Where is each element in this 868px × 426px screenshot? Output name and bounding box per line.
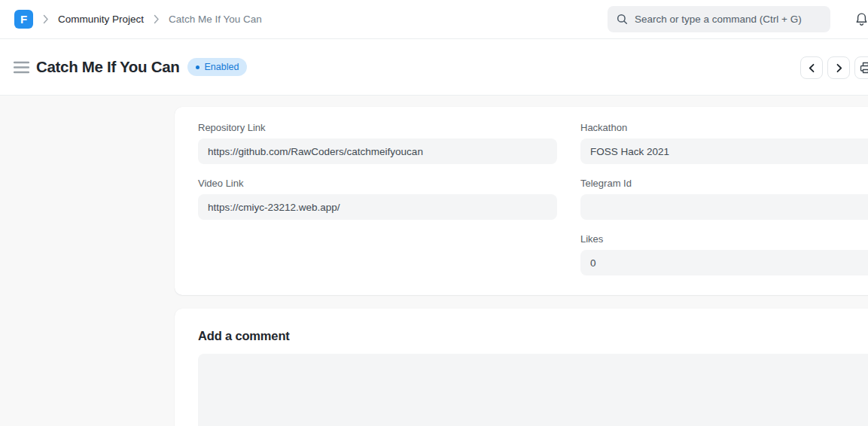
field-hackathon: Hackathon [580,122,868,164]
field-label: Hackathon [580,122,868,133]
chevron-left-icon [807,63,817,73]
print-button[interactable] [854,56,868,79]
comments-section-card: Add a comment [175,309,868,426]
field-label: Likes [580,233,868,245]
page-title: Catch Me If You Can [36,58,179,76]
chevron-right-icon [153,14,160,24]
field-label: Telegram Id [580,178,868,189]
status-badge: Enabled [187,58,247,76]
chevron-right-icon [834,63,844,73]
chevron-right-icon [42,14,49,24]
prev-document-button[interactable] [800,56,823,79]
details-section-card: Repository Link Hackathon Video Link Tel… [175,107,868,295]
global-search[interactable] [608,6,830,32]
header-actions [800,56,868,79]
app-logo-icon[interactable]: F [14,10,33,29]
status-dot-icon [196,65,199,69]
field-video-link: Video Link [198,178,557,220]
field-label: Video Link [198,178,557,189]
navbar: F Community Project Catch Me If You Can [0,0,868,39]
video-link-input[interactable] [198,194,557,220]
printer-icon [860,62,868,74]
form-grid: Repository Link Hackathon Video Link Tel… [198,122,868,275]
breadcrumb-community-project[interactable]: Community Project [58,14,144,25]
notifications-bell-icon[interactable] [855,12,868,26]
main-content: Repository Link Hackathon Video Link Tel… [0,96,868,426]
comment-textarea[interactable] [198,354,868,426]
likes-input[interactable] [580,250,868,275]
search-icon [617,14,628,25]
field-telegram-id: Telegram Id [580,178,868,220]
field-label: Repository Link [198,122,557,133]
sidebar-toggle-icon[interactable] [14,61,29,74]
field-likes: Likes [580,233,868,275]
add-comment-heading: Add a comment [198,329,868,343]
page-header: Catch Me If You Can Enabled [0,39,868,96]
next-document-button[interactable] [827,56,850,79]
telegram-id-input[interactable] [580,194,868,220]
field-repository-link: Repository Link [198,122,557,164]
status-badge-label: Enabled [204,62,239,72]
search-input[interactable] [635,14,821,25]
hackathon-input[interactable] [580,138,868,164]
breadcrumb-current-doc: Catch Me If You Can [169,14,262,25]
repository-link-input[interactable] [198,138,557,164]
